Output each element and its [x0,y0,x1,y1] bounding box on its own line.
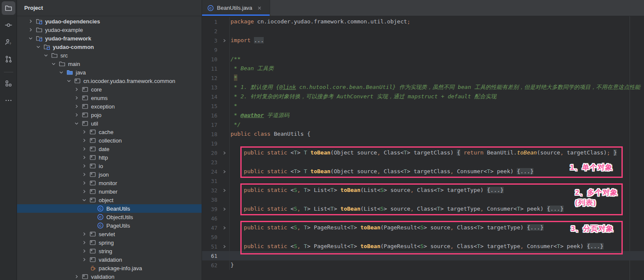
line-number[interactable]: 62 [202,262,219,269]
activity-bar-commit-button[interactable] [2,18,15,32]
tree-item-cn-iocoder-yudao-framework-common[interactable]: cn.iocoder.yudao.framework.common [17,77,202,85]
code-line-3[interactable]: 3import ... [202,36,644,45]
tree-item-objectutils[interactable]: CObjectUtils [17,213,202,221]
line-number[interactable]: 32 [202,187,219,194]
line-number[interactable]: 19 [202,140,219,147]
chevron-right-icon[interactable] [81,180,88,186]
tree-item-exception[interactable]: exception [17,102,202,111]
chevron-down-icon[interactable] [50,60,57,67]
fold-arrow-icon[interactable] [219,188,229,193]
tree-item-http[interactable]: http [17,153,202,162]
line-number[interactable]: 12 [202,75,219,81]
tree-item-core[interactable]: core [17,85,202,94]
line-number[interactable]: 46 [202,215,219,222]
fold-arrow-icon[interactable] [219,151,229,155]
line-number[interactable]: 50 [202,234,219,240]
code-line-46[interactable]: 46 [202,214,644,223]
tree-item-string[interactable]: string [17,247,202,255]
chevron-right-icon[interactable] [81,146,88,152]
tab-beanutils-java[interactable]: C BeanUtils.java [202,0,270,16]
tree-item-object[interactable]: object [17,196,202,204]
chevron-right-icon[interactable] [73,273,80,280]
code-line-19[interactable]: 19 [202,139,644,148]
line-number[interactable]: 51 [202,243,219,250]
chevron-right-icon[interactable] [27,18,34,25]
line-number[interactable]: 39 [202,206,219,212]
chevron-right-icon[interactable] [27,26,34,33]
code-line-51[interactable]: 51 public static <S, T> PageResult<T> to… [202,242,644,251]
chevron-down-icon[interactable] [66,77,72,84]
code-line-16[interactable]: 16 * @author 芋道源码 [202,111,644,120]
chevron-down-icon[interactable] [43,52,49,59]
line-number[interactable]: 13 [202,84,219,91]
tree-item-util[interactable]: util [17,119,202,128]
line-number[interactable]: 2 [202,28,219,34]
line-number[interactable]: 24 [202,169,219,175]
line-number[interactable]: 31 [202,178,219,184]
chevron-right-icon[interactable] [81,231,88,237]
chevron-right-icon[interactable] [73,103,80,110]
tree-item-yudao-framework[interactable]: yudao-framework [17,34,202,43]
chevron-right-icon[interactable] [73,86,80,93]
line-number[interactable]: 11 [202,66,219,72]
code-line-23[interactable]: 23 [202,157,644,167]
close-icon[interactable] [256,5,262,11]
line-number[interactable]: 14 [202,94,219,100]
chevron-right-icon[interactable] [81,239,88,246]
line-number[interactable]: 10 [202,56,219,63]
chevron-down-icon[interactable] [81,197,88,203]
tree-item-number[interactable]: number [17,187,202,196]
chevron-right-icon[interactable] [81,163,88,169]
activity-bar-learn-button[interactable]: ? [2,35,15,49]
fold-arrow-icon[interactable] [219,38,229,43]
activity-bar-more-button[interactable] [2,94,15,107]
code-line-20[interactable]: 20 public static <T> T toBean(Object sou… [202,148,644,157]
line-number[interactable]: 3 [202,37,219,44]
chevron-right-icon[interactable] [81,137,88,144]
tree-item-servlet[interactable]: servlet [17,230,202,238]
code-line-1[interactable]: 1package cn.iocoder.yudao.framework.comm… [202,17,644,26]
activity-bar-project-button[interactable] [2,1,15,15]
tree-item-pageutils[interactable]: CPageUtils [17,221,202,230]
tree-item-monitor[interactable]: monitor [17,179,202,187]
fold-arrow-icon[interactable] [219,226,229,230]
code-line-14[interactable]: 14 * 2. 针对复杂的对象转换，可以搜参考 AuthConvert 实现，通… [202,92,644,101]
code-line-2[interactable]: 2 [202,26,644,36]
code-line-62[interactable]: 62} [202,260,644,270]
chevron-down-icon[interactable] [27,35,34,42]
tree-item-main[interactable]: main [17,60,202,68]
line-number[interactable]: 1 [202,19,219,25]
chevron-down-icon[interactable] [73,120,80,127]
chevron-right-icon[interactable] [81,256,88,263]
tree-item-enums[interactable]: enums [17,94,202,102]
chevron-down-icon[interactable] [58,69,65,76]
tree-item-spring[interactable]: spring [17,238,202,247]
chevron-right-icon[interactable] [81,188,88,195]
tree-item-validation[interactable]: validation [17,272,202,280]
tree-item-beanutils[interactable]: CBeanUtils [17,204,202,213]
chevron-right-icon[interactable] [73,111,80,118]
code-line-11[interactable]: 11 * Bean 工具类 [202,64,644,73]
activity-bar-version-control-button[interactable] [2,52,15,66]
chevron-right-icon[interactable] [81,129,88,135]
tree-item-io[interactable]: io [17,162,202,170]
code-line-50[interactable]: 50 [202,232,644,242]
chevron-right-icon[interactable] [81,248,88,254]
tree-item-json[interactable]: json [17,170,202,179]
line-number[interactable]: 16 [202,112,219,119]
code-line-9[interactable]: 9 [202,45,644,54]
code-line-24[interactable]: 24 public static <T> T toBean(Object sou… [202,167,644,176]
code-line-38[interactable]: 38 [202,195,644,204]
tree-item-src[interactable]: src [17,51,202,60]
chevron-right-icon[interactable] [81,171,88,178]
code-line-17[interactable]: 17 */ [202,120,644,129]
code-line-10[interactable]: 10/** [202,54,644,64]
line-number[interactable]: 9 [202,47,219,53]
line-number[interactable]: 15 [202,103,219,109]
tree-item-date[interactable]: date [17,145,202,153]
line-number[interactable]: 18 [202,131,219,137]
tree-item-java[interactable]: java [17,68,202,77]
code-line-47[interactable]: 47 public static <S, T> PageResult<T> to… [202,223,644,232]
activity-bar-structure-button[interactable] [2,77,15,90]
chevron-right-icon[interactable] [81,154,88,161]
